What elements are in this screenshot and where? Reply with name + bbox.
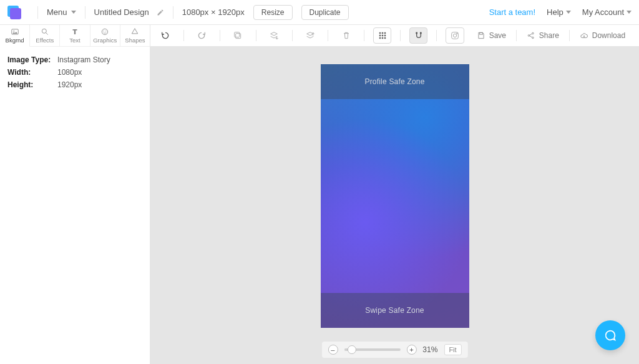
svg-point-1 bbox=[13, 31, 14, 32]
start-team-link[interactable]: Start a team! bbox=[489, 7, 535, 17]
chevron-down-icon bbox=[627, 11, 632, 14]
prop-image-type: Image Type: Instagram Story bbox=[7, 55, 142, 64]
chevron-down-icon bbox=[566, 11, 571, 14]
separator bbox=[569, 30, 570, 41]
text-icon bbox=[71, 27, 79, 36]
svg-line-3 bbox=[46, 33, 48, 35]
save-button[interactable]: Save bbox=[469, 31, 514, 40]
raise-layer-button[interactable] bbox=[265, 27, 283, 44]
tab-label: Graphics bbox=[93, 37, 117, 44]
svg-point-18 bbox=[382, 37, 383, 39]
tab-text[interactable]: Text bbox=[60, 25, 90, 47]
prop-value: 1080px bbox=[57, 68, 82, 77]
tab-graphics[interactable]: Graphics bbox=[90, 25, 120, 47]
separator bbox=[516, 30, 517, 41]
separator bbox=[173, 6, 173, 19]
account-label: My Account bbox=[582, 7, 624, 17]
redo-button[interactable] bbox=[193, 27, 211, 44]
zoom-controls: – + 31% Fit bbox=[321, 342, 467, 358]
tab-background[interactable]: Bkgrnd bbox=[0, 25, 30, 47]
trash-icon bbox=[341, 31, 351, 41]
tab-shapes[interactable]: Shapes bbox=[120, 25, 150, 47]
shapes-icon bbox=[130, 27, 139, 36]
svg-point-5 bbox=[104, 31, 104, 31]
svg-line-30 bbox=[530, 36, 532, 37]
profile-safezone: Profile Safe Zone bbox=[321, 64, 469, 99]
help-fab[interactable] bbox=[595, 320, 625, 350]
svg-point-6 bbox=[105, 31, 106, 31]
prop-label: Image Type: bbox=[7, 55, 57, 64]
dimensions-text: 1080px × 1920px bbox=[182, 7, 245, 17]
canvas-area[interactable]: Profile Safe Zone Swipe Safe Zone – + 31… bbox=[150, 47, 639, 364]
separator bbox=[85, 6, 85, 19]
resize-button[interactable]: Resize bbox=[253, 5, 293, 20]
lower-layer-button[interactable] bbox=[301, 27, 319, 44]
svg-point-24 bbox=[456, 33, 457, 34]
zoom-fit-button[interactable]: Fit bbox=[444, 344, 461, 355]
svg-point-26 bbox=[528, 35, 530, 37]
svg-point-12 bbox=[382, 32, 383, 34]
separator bbox=[436, 30, 437, 41]
cloud-download-icon bbox=[580, 31, 588, 40]
grid-icon bbox=[378, 31, 388, 41]
zoom-slider[interactable] bbox=[344, 348, 400, 351]
duplicate-button[interactable]: Duplicate bbox=[301, 5, 349, 20]
svg-rect-8 bbox=[235, 32, 240, 37]
svg-point-14 bbox=[379, 35, 381, 36]
svg-point-4 bbox=[102, 29, 108, 34]
separator bbox=[220, 30, 220, 41]
undo-button[interactable] bbox=[157, 27, 175, 44]
grid-button[interactable] bbox=[373, 27, 391, 44]
wand-icon bbox=[41, 27, 49, 36]
chat-icon bbox=[603, 328, 617, 342]
copy-button[interactable] bbox=[229, 27, 247, 44]
download-button[interactable]: Download bbox=[572, 31, 633, 40]
share-icon bbox=[527, 31, 535, 40]
separator bbox=[400, 30, 401, 41]
menu-label: Menu bbox=[47, 7, 67, 17]
tab-effects[interactable]: Effects bbox=[30, 25, 60, 47]
tab-label: Bkgrnd bbox=[6, 37, 24, 44]
svg-rect-7 bbox=[236, 34, 241, 39]
zoom-in-button[interactable]: + bbox=[406, 345, 416, 355]
zoom-out-button[interactable]: – bbox=[328, 345, 338, 355]
svg-point-28 bbox=[532, 37, 534, 39]
artboard[interactable]: Profile Safe Zone Swipe Safe Zone bbox=[321, 64, 469, 328]
pencil-icon bbox=[157, 9, 164, 16]
help-dropdown[interactable]: Help bbox=[547, 7, 571, 17]
prop-width: Width: 1080px bbox=[7, 68, 142, 77]
menu-dropdown[interactable]: Menu bbox=[47, 7, 76, 17]
chevron-down-icon bbox=[71, 11, 76, 14]
separator bbox=[183, 30, 184, 41]
prop-value: Instagram Story bbox=[57, 55, 110, 64]
tool-tabs: Bkgrnd Effects Text Graphics Shapes bbox=[0, 25, 150, 47]
svg-point-16 bbox=[384, 35, 386, 36]
instagram-icon bbox=[450, 31, 460, 41]
redo-icon bbox=[197, 31, 207, 41]
properties-panel: Image Type: Instagram Story Width: 1080p… bbox=[0, 47, 150, 364]
prop-label: Width: bbox=[7, 68, 57, 77]
svg-point-11 bbox=[379, 32, 381, 34]
magnet-icon bbox=[414, 31, 424, 41]
sticker-icon bbox=[100, 27, 109, 36]
swipe-safezone: Swipe Safe Zone bbox=[321, 293, 469, 328]
snap-button[interactable] bbox=[409, 27, 427, 44]
separator bbox=[37, 6, 38, 19]
tab-label: Text bbox=[69, 37, 80, 44]
app-logo[interactable] bbox=[7, 6, 21, 19]
share-button[interactable]: Share bbox=[519, 31, 567, 40]
design-name-field[interactable]: Untitled Design bbox=[94, 7, 164, 17]
svg-point-19 bbox=[384, 37, 386, 39]
svg-point-27 bbox=[532, 32, 534, 34]
download-label: Download bbox=[592, 31, 625, 40]
share-label: Share bbox=[539, 31, 559, 40]
account-dropdown[interactable]: My Account bbox=[582, 7, 632, 17]
prop-label: Height: bbox=[7, 80, 57, 89]
separator bbox=[292, 30, 293, 41]
safezone-toggle-button[interactable] bbox=[446, 27, 464, 44]
delete-button[interactable] bbox=[337, 27, 355, 44]
undo-icon bbox=[160, 31, 170, 41]
tab-label: Effects bbox=[36, 37, 54, 44]
svg-point-13 bbox=[384, 32, 386, 34]
svg-point-15 bbox=[382, 35, 383, 36]
